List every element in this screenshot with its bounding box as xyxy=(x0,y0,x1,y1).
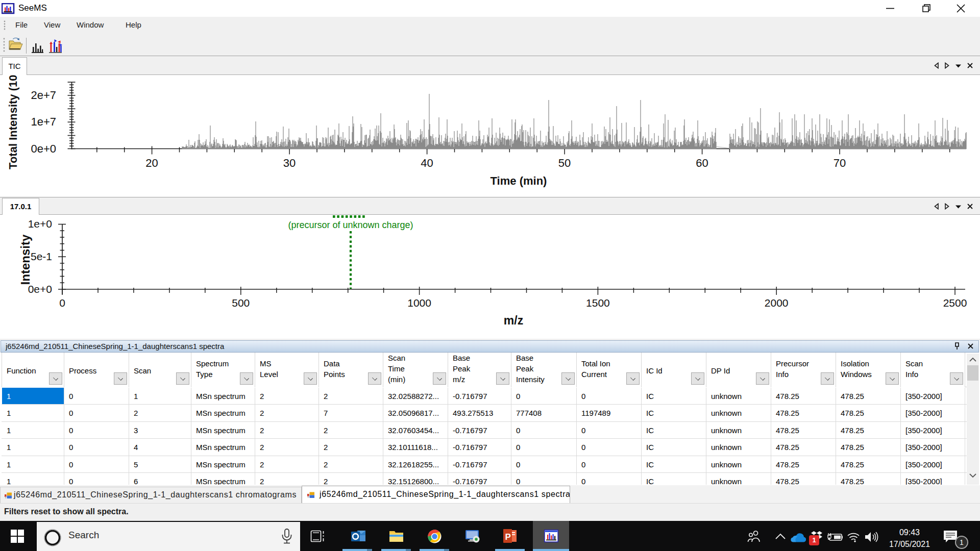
svg-text:0e+0: 0e+0 xyxy=(31,142,56,155)
svg-text:Intensity: Intensity xyxy=(18,234,32,285)
svg-text:2500: 2500 xyxy=(943,297,967,309)
svg-text:m/z: m/z xyxy=(504,314,523,327)
svg-text:(precursor of unknown charge): (precursor of unknown charge) xyxy=(288,220,413,230)
svg-text:1e+7: 1e+7 xyxy=(31,115,56,128)
svg-text:20: 20 xyxy=(145,157,158,169)
svg-text:2e+7: 2e+7 xyxy=(31,89,56,102)
svg-text:40: 40 xyxy=(421,157,433,169)
svg-text:60: 60 xyxy=(696,157,708,169)
svg-text:1000: 1000 xyxy=(407,297,431,309)
svg-text:Time (min): Time (min) xyxy=(491,174,547,187)
svg-text:500: 500 xyxy=(232,297,250,309)
svg-text:50: 50 xyxy=(558,157,571,169)
svg-text:30: 30 xyxy=(283,157,296,169)
svg-text:2000: 2000 xyxy=(765,297,789,309)
svg-text:1e+0: 1e+0 xyxy=(28,218,52,230)
svg-text:P: P xyxy=(505,532,511,542)
svg-text:70: 70 xyxy=(834,157,846,169)
svg-text:Total Intensity (10⁷): Total Intensity (10⁷) xyxy=(7,75,19,169)
svg-text:0: 0 xyxy=(59,297,65,309)
svg-text:1500: 1500 xyxy=(586,297,610,309)
svg-text:5e-1: 5e-1 xyxy=(31,251,52,262)
